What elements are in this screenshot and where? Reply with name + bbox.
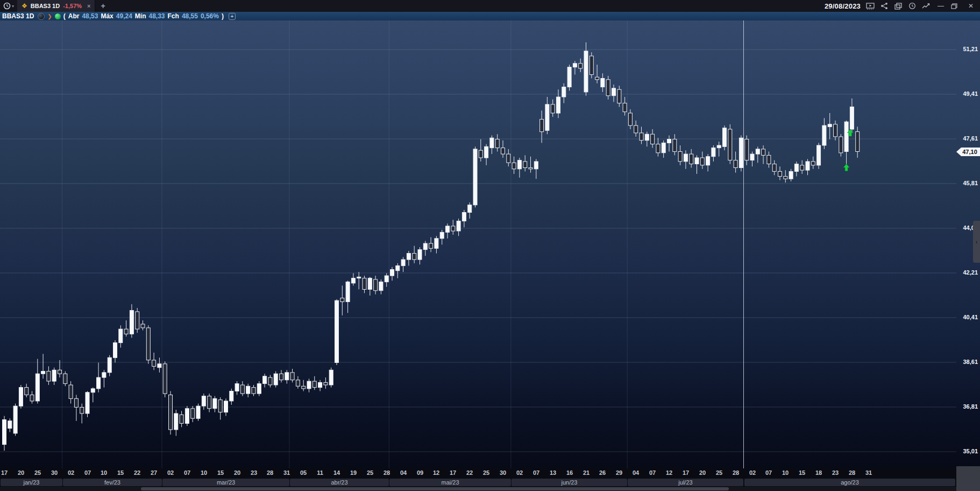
candle[interactable] xyxy=(119,325,123,348)
candle[interactable] xyxy=(158,357,161,373)
candle[interactable] xyxy=(191,406,195,422)
candle[interactable] xyxy=(617,86,621,107)
candle[interactable] xyxy=(274,371,278,388)
candle[interactable] xyxy=(285,370,289,383)
candle[interactable] xyxy=(52,368,56,385)
candle[interactable] xyxy=(379,279,383,294)
candle[interactable] xyxy=(844,121,848,169)
candle[interactable] xyxy=(579,59,583,72)
candle[interactable] xyxy=(202,394,205,410)
candle[interactable] xyxy=(806,159,809,175)
candle[interactable] xyxy=(457,219,460,236)
candle[interactable] xyxy=(573,61,577,74)
duplicate-window-icon[interactable] xyxy=(894,2,903,10)
candle[interactable] xyxy=(673,134,677,155)
candle[interactable] xyxy=(523,155,527,171)
candle[interactable] xyxy=(584,43,588,96)
candle[interactable] xyxy=(41,354,45,378)
trend-icon[interactable] xyxy=(922,2,931,10)
candle[interactable] xyxy=(468,202,472,219)
candle[interactable] xyxy=(479,139,482,162)
candle[interactable] xyxy=(102,370,106,387)
candle[interactable] xyxy=(745,136,749,165)
candle[interactable] xyxy=(667,136,671,152)
candle[interactable] xyxy=(451,220,455,235)
candle[interactable] xyxy=(834,121,837,141)
candle[interactable] xyxy=(290,369,294,382)
candle[interactable] xyxy=(340,286,344,315)
candle[interactable] xyxy=(19,385,23,409)
candle[interactable] xyxy=(313,376,316,390)
candle[interactable] xyxy=(789,169,793,181)
candle[interactable] xyxy=(706,154,710,171)
candle[interactable] xyxy=(712,145,715,162)
candle[interactable] xyxy=(280,370,283,382)
candle[interactable] xyxy=(462,210,466,227)
candle[interactable] xyxy=(473,146,477,207)
replay-icon[interactable] xyxy=(866,2,875,10)
candle[interactable] xyxy=(240,381,244,396)
candle[interactable] xyxy=(623,97,627,116)
share-icon[interactable] xyxy=(880,2,889,10)
candle[interactable] xyxy=(58,360,62,377)
candle[interactable] xyxy=(700,152,704,169)
candle[interactable] xyxy=(557,89,560,118)
add-indicator-button[interactable]: + xyxy=(229,13,236,20)
candle[interactable] xyxy=(678,145,682,165)
candle[interactable] xyxy=(534,159,538,179)
history-clock-button[interactable]: ▾ xyxy=(0,0,17,12)
candle[interactable] xyxy=(335,299,339,365)
candle[interactable] xyxy=(645,132,649,147)
candle[interactable] xyxy=(817,143,821,169)
candle[interactable] xyxy=(839,134,843,157)
candle[interactable] xyxy=(25,384,29,397)
candle[interactable] xyxy=(734,152,737,173)
close-window-button[interactable]: ✕ xyxy=(966,2,976,10)
candle[interactable] xyxy=(213,396,217,412)
candle[interactable] xyxy=(551,100,555,117)
candle[interactable] xyxy=(856,127,860,158)
candle[interactable] xyxy=(351,273,355,286)
candle[interactable] xyxy=(174,410,178,436)
candle[interactable] xyxy=(723,125,727,150)
candle[interactable] xyxy=(590,52,593,78)
candle[interactable] xyxy=(30,391,34,404)
candle[interactable] xyxy=(74,395,78,420)
candle[interactable] xyxy=(567,65,571,90)
candle[interactable] xyxy=(517,158,521,178)
candle[interactable] xyxy=(208,394,211,412)
candle[interactable] xyxy=(634,121,638,137)
candle[interactable] xyxy=(169,391,173,435)
candle[interactable] xyxy=(423,241,427,256)
candle[interactable] xyxy=(750,152,754,167)
candle[interactable] xyxy=(224,398,228,416)
candle[interactable] xyxy=(69,381,73,404)
candle[interactable] xyxy=(811,157,815,169)
candle[interactable] xyxy=(507,149,510,166)
candle[interactable] xyxy=(390,267,394,280)
candle[interactable] xyxy=(357,272,361,289)
candle[interactable] xyxy=(822,118,826,149)
candle[interactable] xyxy=(435,236,438,253)
candle[interactable] xyxy=(368,277,372,296)
candle[interactable] xyxy=(268,375,272,388)
time-axis-months[interactable]: jan/23fev/23mar/23abr/23mai/23jun/23jul/… xyxy=(0,478,956,487)
candle[interactable] xyxy=(196,404,200,421)
candle[interactable] xyxy=(778,166,782,180)
candle[interactable] xyxy=(97,363,101,392)
candle[interactable] xyxy=(440,230,444,245)
time-axis-days[interactable]: 1720253002071015222702071015202328310511… xyxy=(0,468,956,478)
candle[interactable] xyxy=(606,76,610,100)
candle[interactable] xyxy=(762,145,765,164)
restore-button[interactable] xyxy=(951,3,961,9)
instrument-badge-icon[interactable] xyxy=(38,13,45,20)
candle[interactable] xyxy=(130,304,133,338)
candle[interactable] xyxy=(113,340,117,363)
candle[interactable] xyxy=(374,276,378,294)
candle[interactable] xyxy=(540,110,544,143)
candle[interactable] xyxy=(218,397,222,420)
candle[interactable] xyxy=(47,366,51,385)
candle[interactable] xyxy=(407,251,410,266)
candle[interactable] xyxy=(562,83,566,103)
candle[interactable] xyxy=(595,65,599,83)
